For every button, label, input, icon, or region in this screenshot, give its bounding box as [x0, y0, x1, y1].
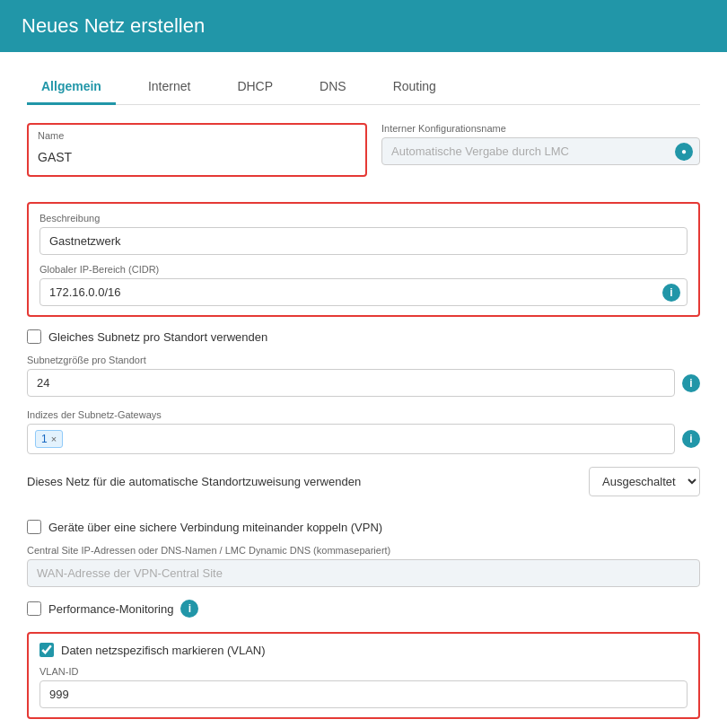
main-content: Allgemein Internet DHCP DNS Routing Name…	[0, 52, 727, 728]
subnetz-groesse-info-icon[interactable]: i	[682, 374, 700, 392]
subnetz-gateways-tag-input[interactable]: 1 ×	[27, 424, 675, 454]
internal-config-label: Interner Konfigurationsname	[381, 123, 700, 134]
gleiche-subnetz-row: Gleiches Subnetz pro Standort verwenden	[27, 329, 700, 344]
global-ip-info-icon[interactable]: i	[662, 284, 680, 302]
subnetz-gateways-info-icon[interactable]: i	[682, 430, 700, 448]
beschreibung-cidr-section: Beschreibung Globaler IP-Bereich (CIDR) …	[27, 202, 700, 317]
subnetz-gateways-group: Indizes der Subnetz-Gateways 1 × i	[27, 409, 700, 454]
name-field-group: Name	[38, 130, 356, 170]
tab-dhcp[interactable]: DHCP	[223, 70, 287, 105]
subnetz-gateways-input-row: 1 × i	[27, 424, 700, 454]
subnetz-groesse-group: Subnetzgröße pro Standort i	[27, 355, 700, 397]
gateway-tag: 1 ×	[35, 430, 63, 448]
vlan-checkbox[interactable]	[39, 643, 54, 657]
performance-label[interactable]: Performance-Monitoring	[48, 602, 173, 616]
vpn-row: Geräte über eine sichere Verbindung mite…	[27, 520, 700, 534]
global-ip-input-wrapper: i	[39, 278, 688, 306]
name-config-row: Name Interner Konfigurationsname ●	[27, 123, 700, 189]
page-title: Neues Netz erstellen	[22, 14, 705, 38]
vpn-label[interactable]: Geräte über eine sichere Verbindung mite…	[48, 521, 382, 534]
performance-row: Performance-Monitoring i	[27, 600, 700, 618]
vpn-central-group: Central Site IP-Adressen oder DNS-Namen …	[27, 545, 700, 587]
vpn-central-label: Central Site IP-Adressen oder DNS-Namen …	[27, 545, 700, 556]
vlan-checkbox-label[interactable]: Daten netzspezifisch markieren (VLAN)	[61, 644, 266, 657]
beschreibung-input[interactable]	[39, 227, 688, 255]
internal-config-group: Interner Konfigurationsname ●	[381, 123, 700, 165]
performance-checkbox[interactable]	[27, 601, 41, 616]
vlan-id-input[interactable]	[39, 680, 688, 708]
tab-allgemein[interactable]: Allgemein	[27, 70, 116, 105]
beschreibung-label: Beschreibung	[39, 213, 688, 224]
name-label: Name	[38, 130, 356, 141]
vlan-section: Daten netzspezifisch markieren (VLAN) VL…	[27, 632, 700, 719]
auto-location-row: Dieses Netz für die automatische Standor…	[27, 467, 700, 496]
subnetz-groesse-input[interactable]	[27, 369, 675, 397]
tab-dns[interactable]: DNS	[305, 70, 361, 105]
auto-location-label: Dieses Netz für die automatische Standor…	[27, 475, 589, 488]
tab-internet[interactable]: Internet	[134, 70, 205, 105]
global-ip-label: Globaler IP-Bereich (CIDR)	[39, 264, 688, 275]
tab-bar: Allgemein Internet DHCP DNS Routing	[27, 70, 700, 105]
vpn-central-input	[27, 559, 700, 587]
gleiche-subnetz-checkbox[interactable]	[27, 329, 41, 344]
vlan-checkbox-row: Daten netzspezifisch markieren (VLAN)	[39, 643, 688, 657]
internal-config-input-wrapper: ●	[381, 137, 700, 165]
vlan-id-label: VLAN-ID	[39, 666, 688, 677]
gateway-tag-value: 1	[41, 433, 48, 445]
vpn-checkbox[interactable]	[27, 520, 41, 534]
subnetz-groesse-label: Subnetzgröße pro Standort	[27, 355, 700, 365]
performance-info-icon[interactable]: i	[180, 600, 198, 618]
vlan-id-group: VLAN-ID	[39, 666, 688, 708]
beschreibung-group: Beschreibung	[39, 213, 688, 255]
internal-config-input	[381, 137, 700, 165]
page-header: Neues Netz erstellen	[0, 0, 727, 52]
gateway-tag-close[interactable]: ×	[51, 434, 57, 444]
gleiche-subnetz-label[interactable]: Gleiches Subnetz pro Standort verwenden	[48, 330, 267, 344]
name-input[interactable]	[38, 145, 356, 170]
auto-location-select[interactable]: Ausgeschaltet Eingeschaltet	[589, 467, 700, 496]
global-ip-input[interactable]	[39, 278, 688, 306]
global-ip-group: Globaler IP-Bereich (CIDR) i	[39, 264, 688, 306]
subnetz-gateways-label: Indizes der Subnetz-Gateways	[27, 409, 700, 420]
subnetz-groesse-input-row: i	[27, 369, 700, 397]
tab-routing[interactable]: Routing	[379, 70, 451, 105]
internal-config-dot-icon[interactable]: ●	[675, 143, 693, 161]
name-red-border: Name	[27, 123, 367, 177]
